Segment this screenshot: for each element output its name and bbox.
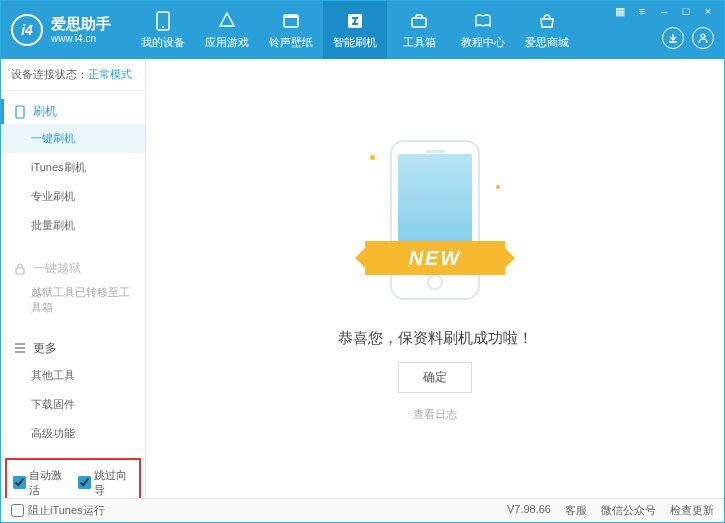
customer-service-link[interactable]: 客服 [565,503,587,518]
window-controls: ▦ ≡ – □ × [614,5,714,18]
music-icon [281,11,301,31]
svg-rect-3 [284,15,298,18]
check-update-link[interactable]: 检查更新 [670,503,714,518]
version-label: V7.98.66 [507,503,551,518]
main-content: NEW 恭喜您，保资料刷机成功啦！ 确定 查看日志 [146,59,724,498]
svg-rect-8 [16,268,24,274]
nav-apps-games[interactable]: 应用游戏 [195,1,259,59]
footer: 阻止iTunes运行 V7.98.66 客服 微信公众号 检查更新 [1,498,724,522]
app-name: 爱思助手 [51,15,111,33]
close-button[interactable]: × [702,5,714,18]
sidebar-section-jailbreak: 一键越狱 [1,256,145,281]
lock-icon [13,263,27,275]
nav-ringtone-wallpaper[interactable]: 铃声壁纸 [259,1,323,59]
main-nav: 我的设备 应用游戏 铃声壁纸 智能刷机 工具箱 教程中心 爱思商城 [131,1,579,59]
phone-icon [153,11,173,31]
sidebar: 设备连接状态：正常模式 刷机 一键刷机 iTunes刷机 专业刷机 批量刷机 一… [1,59,146,498]
flash-options: 自动激活 跳过向导 [5,458,141,498]
sidebar-item-advanced[interactable]: 高级功能 [1,419,145,448]
svg-rect-7 [16,106,24,118]
minimize-button[interactable]: – [658,5,670,18]
phone-icon [13,105,27,119]
new-banner: NEW [365,241,505,275]
sidebar-section-more[interactable]: 更多 [1,336,145,361]
nav-shop[interactable]: 爱思商城 [515,1,579,59]
connection-status: 设备连接状态：正常模式 [1,59,145,91]
success-message: 恭喜您，保资料刷机成功啦！ [338,329,533,348]
sidebar-item-oneclick-flash[interactable]: 一键刷机 [1,124,145,153]
sidebar-section-flash[interactable]: 刷机 [1,99,145,124]
checkbox-skip-setup[interactable]: 跳过向导 [78,468,133,498]
nav-toolbox[interactable]: 工具箱 [387,1,451,59]
svg-point-1 [162,26,164,28]
logo-area: i4 爱思助手 www.i4.cn [11,14,131,46]
svg-rect-5 [412,18,426,27]
nav-smart-flash[interactable]: 智能刷机 [323,1,387,59]
jailbreak-note: 越狱工具已转移至工具箱 [1,281,145,320]
app-url: www.i4.cn [51,33,111,45]
sidebar-item-pro-flash[interactable]: 专业刷机 [1,182,145,211]
svg-point-6 [701,34,705,38]
shop-icon [537,11,557,31]
app-header: i4 爱思助手 www.i4.cn 我的设备 应用游戏 铃声壁纸 智能刷机 工具… [1,1,724,59]
checkbox-auto-activate[interactable]: 自动激活 [13,468,68,498]
wechat-link[interactable]: 微信公众号 [601,503,656,518]
confirm-button[interactable]: 确定 [398,362,472,393]
user-icon[interactable] [692,27,714,49]
more-icon [13,343,27,353]
sidebar-item-batch-flash[interactable]: 批量刷机 [1,211,145,240]
toolbox-icon [409,11,429,31]
flash-icon [345,11,365,31]
logo-icon: i4 [11,14,43,46]
book-icon [473,11,493,31]
download-icon[interactable] [662,27,684,49]
view-log-link[interactable]: 查看日志 [413,407,457,422]
apps-icon [217,11,237,31]
phone-illustration: NEW [365,135,505,315]
menu-button[interactable]: ▦ [614,5,626,18]
nav-my-device[interactable]: 我的设备 [131,1,195,59]
sidebar-item-download-firmware[interactable]: 下载固件 [1,390,145,419]
checkbox-block-itunes[interactable]: 阻止iTunes运行 [11,503,105,518]
sidebar-item-other-tools[interactable]: 其他工具 [1,361,145,390]
nav-tutorials[interactable]: 教程中心 [451,1,515,59]
maximize-button[interactable]: □ [680,5,692,18]
settings-button[interactable]: ≡ [636,5,648,18]
sidebar-item-itunes-flash[interactable]: iTunes刷机 [1,153,145,182]
